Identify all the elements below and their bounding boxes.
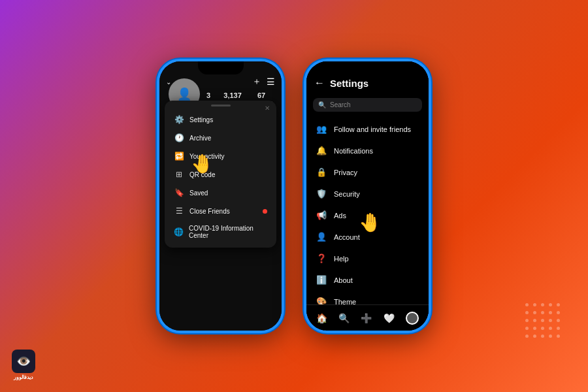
- archive-icon: 🕐: [174, 133, 184, 142]
- settings-item-help[interactable]: ❓ Help: [306, 248, 429, 269]
- nav-profile-avatar[interactable]: [406, 312, 419, 325]
- following-count: 67: [250, 91, 272, 99]
- close-friends-icon: ☰: [174, 206, 184, 216]
- menu-item-close-friends[interactable]: ☰ Close Friends: [165, 202, 276, 220]
- qr-icon: ⊞: [174, 170, 184, 179]
- settings-item-notifications-label: Notifications: [334, 147, 373, 155]
- nav-add-icon[interactable]: ➕: [361, 313, 372, 323]
- menu-item-qr[interactable]: ⊞ QR code: [165, 165, 276, 184]
- menu-item-qr-label: QR code: [189, 171, 215, 178]
- menu-item-archive-label: Archive: [189, 135, 211, 142]
- phone-notch-left: [198, 61, 244, 74]
- right-phone: ← Settings 🔍 Search 👥 Follow and invite …: [304, 59, 431, 333]
- follow-friends-icon: 👥: [316, 124, 327, 134]
- posts-count: 3: [202, 91, 215, 99]
- logo-area: 👁️ دیدفالوور: [12, 350, 35, 380]
- menu-item-covid[interactable]: 🌐 COVID-19 Information Center: [165, 220, 276, 244]
- phone-notch-right: [345, 61, 391, 74]
- saved-icon: 🔖: [174, 188, 184, 197]
- settings-list: 👥 Follow and invite friends 🔔 Notificati…: [306, 116, 429, 315]
- settings-item-about[interactable]: ℹ️ About: [306, 269, 429, 291]
- nav-search-icon[interactable]: 🔍: [338, 313, 350, 323]
- logo-icon: 👁️: [12, 350, 35, 373]
- settings-item-help-label: Help: [334, 255, 349, 263]
- settings-item-about-label: About: [334, 276, 353, 284]
- dot-grid-decoration: [525, 303, 562, 340]
- search-placeholder: Search: [330, 101, 351, 108]
- nav-heart-icon[interactable]: 🤍: [384, 313, 395, 323]
- settings-item-security-label: Security: [334, 190, 360, 198]
- settings-item-account[interactable]: 👤 Account: [306, 226, 429, 248]
- settings-item-follow-friends[interactable]: 👥 Follow and invite friends: [306, 118, 429, 140]
- settings-item-ads[interactable]: 📢 Ads: [306, 204, 429, 226]
- settings-item-ads-label: Ads: [334, 212, 346, 220]
- about-icon: ℹ️: [316, 275, 327, 285]
- menu-item-activity[interactable]: 🔁 Your activity: [165, 147, 276, 165]
- settings-item-follow-friends-label: Follow and invite friends: [334, 125, 411, 133]
- notifications-icon: 🔔: [316, 146, 327, 155]
- logo-text: دیدفالوور: [14, 374, 33, 380]
- settings-item-privacy[interactable]: 🔒 Privacy: [306, 161, 429, 183]
- followers-count: 3,137: [221, 91, 244, 99]
- account-icon: 👤: [316, 232, 327, 242]
- menu-item-settings[interactable]: ⚙️ Settings: [165, 110, 276, 129]
- menu-icon[interactable]: ☰: [267, 76, 275, 87]
- ads-icon: 📢: [316, 210, 327, 220]
- menu-item-settings-label: Settings: [189, 116, 213, 123]
- close-icon[interactable]: ✕: [265, 105, 270, 112]
- add-icon[interactable]: ＋: [252, 76, 261, 88]
- right-phone-screen: ← Settings 🔍 Search 👥 Follow and invite …: [306, 61, 429, 331]
- left-phone: ⌄ ＋ ☰ 3 Posts 3,137 Followers 67 Fo: [157, 59, 284, 333]
- menu-item-saved-label: Saved: [189, 189, 208, 197]
- chevron-down-icon: ⌄: [166, 78, 171, 86]
- search-bar[interactable]: 🔍 Search: [313, 98, 422, 112]
- settings-item-notifications[interactable]: 🔔 Notifications: [306, 140, 429, 161]
- settings-item-security[interactable]: 🛡️ Security: [306, 183, 429, 204]
- activity-icon: 🔁: [174, 152, 184, 161]
- covid-icon: 🌐: [174, 227, 184, 237]
- back-button[interactable]: ←: [314, 77, 325, 89]
- divider-bar: [211, 105, 231, 106]
- security-icon: 🛡️: [316, 189, 327, 199]
- menu-item-archive[interactable]: 🕐 Archive: [165, 129, 276, 147]
- nav-home-icon[interactable]: 🏠: [316, 313, 327, 323]
- privacy-icon: 🔒: [316, 167, 327, 177]
- dropdown-menu: ✕ ⚙️ Settings 🕐 Archive 🔁 Your activity …: [165, 101, 276, 248]
- phones-container: ⌄ ＋ ☰ 3 Posts 3,137 Followers 67 Fo: [157, 59, 431, 333]
- notification-badge: [263, 209, 267, 214]
- search-icon: 🔍: [318, 101, 326, 108]
- settings-item-privacy-label: Privacy: [334, 169, 357, 176]
- left-phone-screen: ⌄ ＋ ☰ 3 Posts 3,137 Followers 67 Fo: [159, 61, 282, 331]
- menu-item-saved[interactable]: 🔖 Saved: [165, 184, 276, 202]
- menu-item-covid-label: COVID-19 Information Center: [189, 225, 267, 239]
- help-icon: ❓: [316, 253, 327, 263]
- menu-item-activity-label: Your activity: [189, 153, 225, 160]
- bottom-nav: 🏠 🔍 ➕ 🤍: [306, 304, 429, 331]
- settings-item-account-label: Account: [334, 233, 360, 241]
- settings-title: Settings: [330, 78, 368, 89]
- settings-icon: ⚙️: [174, 115, 184, 124]
- menu-item-close-friends-label: Close Friends: [189, 208, 230, 215]
